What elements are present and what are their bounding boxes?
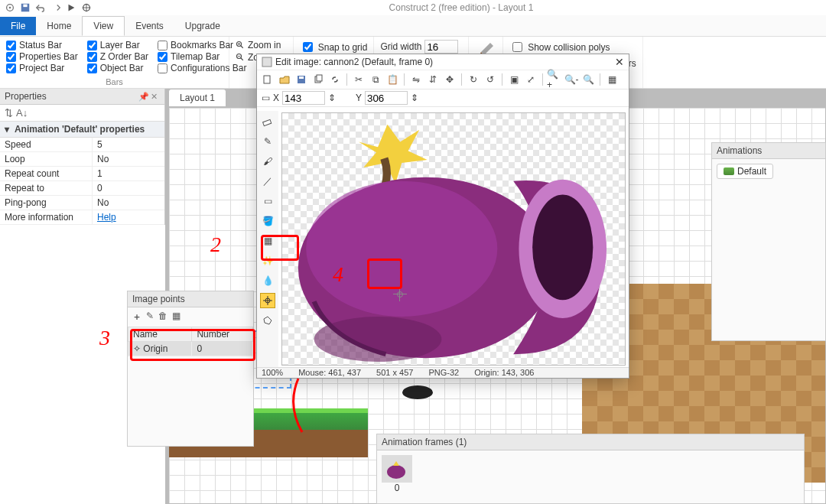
crop-icon[interactable]: ▣ xyxy=(506,72,522,87)
svg-rect-23 xyxy=(263,119,272,125)
new-icon[interactable] xyxy=(260,72,275,87)
canvas-size-icon[interactable]: ▭ xyxy=(262,93,270,103)
rotate-ccw-icon[interactable]: ↺ xyxy=(483,72,498,87)
cut-icon[interactable]: ✂ xyxy=(351,72,366,87)
copy2-icon[interactable]: ⧉ xyxy=(368,72,383,87)
line-icon[interactable]: ／ xyxy=(260,174,275,189)
menu-home[interactable]: Home xyxy=(36,17,82,35)
grid-icon[interactable]: ▦ xyxy=(604,72,620,87)
zoom-in-icon[interactable]: 🔍+ xyxy=(547,72,562,87)
app-title: Construct 2 (free edition) - Layout 1 xyxy=(96,2,826,13)
qat-play-icon[interactable] xyxy=(66,2,76,13)
eraser-icon[interactable] xyxy=(260,114,275,129)
prop-row[interactable]: Ping-pong No xyxy=(0,196,164,210)
tab-layout[interactable]: Layout 1 xyxy=(168,89,226,106)
qat-undo-icon[interactable] xyxy=(35,2,46,13)
svg-marker-28 xyxy=(359,125,428,184)
properties-panel-title: Properties xyxy=(5,91,47,102)
menu-file[interactable]: File xyxy=(0,17,36,35)
properties-section-header: Animation 'Default' properties xyxy=(15,124,145,135)
rotate-cw-icon[interactable]: ↻ xyxy=(466,72,481,87)
spinner-icon[interactable]: ⇕ xyxy=(411,93,418,103)
edit-icon[interactable]: ✎ xyxy=(146,311,154,324)
origin-marker[interactable] xyxy=(393,288,407,301)
flip-h-icon[interactable]: ⇋ xyxy=(408,72,424,87)
imgpoints-title: Image points xyxy=(132,294,185,304)
chk-status-bar[interactable]: Status Bar xyxy=(6,40,78,50)
open-icon[interactable] xyxy=(277,72,292,87)
sort-asc-icon[interactable]: ⇅ xyxy=(5,107,13,119)
chk-snap-grid[interactable]: Snap to grid xyxy=(300,40,368,54)
origin-status: Origin: 143, 306 xyxy=(474,368,534,378)
save-icon[interactable] xyxy=(294,72,309,87)
svg-rect-20 xyxy=(299,76,304,79)
svg-rect-18 xyxy=(264,76,270,83)
chk-properties-bar[interactable]: Properties Bar xyxy=(6,51,78,62)
paste-icon[interactable]: 📋 xyxy=(385,72,400,87)
animations-panel: Animations Default xyxy=(711,142,826,341)
chk-object-bar[interactable]: Object Bar xyxy=(87,63,148,73)
app-icon xyxy=(262,57,272,67)
frame-index: 0 xyxy=(382,483,412,493)
chk-layer-bar[interactable]: Layer Bar xyxy=(87,40,148,50)
shadow-object xyxy=(402,385,433,399)
annotation-arrow xyxy=(283,375,314,436)
qat-debug-icon[interactable] xyxy=(81,2,92,13)
imgpoints-panel: Image points ＋ ✎ 🗑 ▦ Name Number ✧ Origi… xyxy=(127,291,254,447)
pencil-icon[interactable]: ✎ xyxy=(260,134,275,149)
annotation-3: 3 xyxy=(99,327,110,349)
collapse-icon[interactable]: ▾ xyxy=(5,124,12,135)
prop-row[interactable]: Loop No xyxy=(0,152,164,167)
flip-v-icon[interactable]: ⇵ xyxy=(425,72,441,87)
animation-thumb-icon xyxy=(724,167,734,175)
move-icon[interactable]: ✥ xyxy=(442,72,457,87)
collision-poly-tool-icon[interactable] xyxy=(260,313,275,328)
y-input[interactable] xyxy=(365,91,408,105)
editor-canvas[interactable] xyxy=(281,112,626,366)
grid-width-label: Grid width xyxy=(380,41,421,52)
svg-marker-4 xyxy=(69,5,75,11)
imagepoint-tool-icon[interactable] xyxy=(260,293,275,308)
chk-zorder-bar[interactable]: Z Order Bar xyxy=(87,51,148,62)
resize-icon[interactable]: ⤢ xyxy=(523,72,538,87)
frame-thumb[interactable]: 0 xyxy=(382,455,412,493)
menu-upgrade[interactable]: Upgrade xyxy=(174,17,231,35)
fill-icon[interactable]: 🪣 xyxy=(260,213,275,229)
brush-icon[interactable]: 🖌 xyxy=(260,154,275,169)
svg-line-13 xyxy=(241,58,243,60)
copy-icon[interactable] xyxy=(311,72,326,87)
eyedropper-icon[interactable]: 💧 xyxy=(260,273,275,288)
close-icon[interactable]: ✕ xyxy=(151,92,160,101)
close-icon[interactable]: ✕ xyxy=(615,56,624,68)
spinner-icon[interactable]: ⇕ xyxy=(328,93,336,103)
zoom-out-icon[interactable]: 🔍- xyxy=(564,72,579,87)
delete-icon[interactable]: 🗑 xyxy=(158,311,167,324)
qat-cog-icon[interactable] xyxy=(5,2,15,13)
annotation-2: 2 xyxy=(210,234,221,255)
x-input[interactable] xyxy=(282,91,325,105)
editor-title: Edit image: cannon2 (Default, frame 0) xyxy=(275,57,433,67)
pin-icon[interactable]: 📌 xyxy=(138,92,148,101)
zoom-in-button[interactable]: Zoom in xyxy=(236,40,287,50)
link-icon[interactable] xyxy=(327,72,343,87)
help-link[interactable]: Help xyxy=(97,212,116,223)
chk-project-bar[interactable]: Project Bar xyxy=(6,63,78,73)
add-icon[interactable]: ＋ xyxy=(132,311,141,324)
menu-events[interactable]: Events xyxy=(125,17,174,35)
image-editor-window: Edit image: cannon2 (Default, frame 0) ✕… xyxy=(256,54,629,379)
prop-row[interactable]: Repeat to 0 xyxy=(0,181,164,196)
menu-view[interactable]: View xyxy=(82,16,125,36)
rect-icon[interactable]: ▭ xyxy=(260,193,275,209)
sort-alpha-icon[interactable]: A↓ xyxy=(16,107,28,119)
chk-collision-polys[interactable]: Show collision polys xyxy=(509,40,636,54)
qat-save-icon[interactable] xyxy=(20,2,31,13)
grid-width-input[interactable] xyxy=(424,40,458,54)
qat-redo-icon[interactable] xyxy=(50,2,61,13)
apply-icon[interactable]: ▦ xyxy=(172,311,180,324)
zoom-status: 100% xyxy=(262,368,283,378)
animation-item[interactable]: Default xyxy=(717,164,773,179)
prop-row[interactable]: Speed 5 xyxy=(0,138,164,152)
svg-point-1 xyxy=(9,7,11,9)
prop-row[interactable]: Repeat count 1 xyxy=(0,167,164,181)
zoom-fit-icon[interactable]: 🔍 xyxy=(580,72,596,87)
